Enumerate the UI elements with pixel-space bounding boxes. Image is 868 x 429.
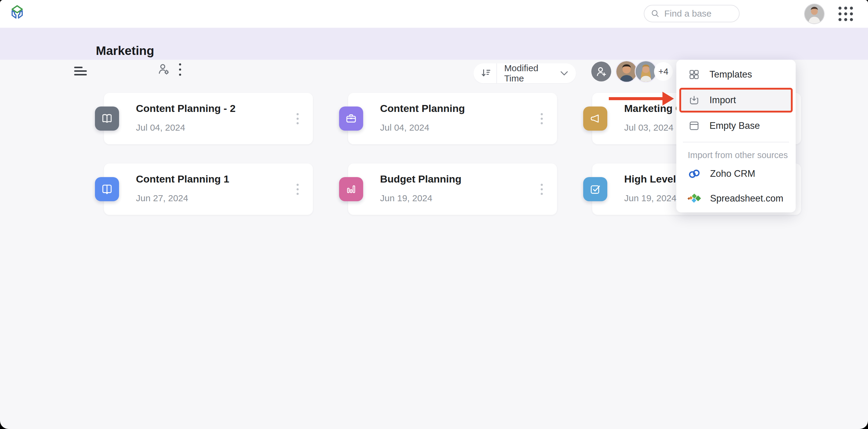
checkbox-icon xyxy=(583,177,607,201)
workspace-header: Marketing Modified Time xyxy=(0,28,868,60)
workspace-title: Marketing xyxy=(96,44,154,58)
templates-grid-icon xyxy=(688,68,701,81)
chevron-down-icon xyxy=(560,71,568,76)
book-open-icon xyxy=(95,107,119,131)
base-card-kebab-icon[interactable] xyxy=(537,110,546,127)
empty-base-icon xyxy=(688,119,701,132)
menu-icon[interactable] xyxy=(74,67,87,76)
sort-icon xyxy=(480,67,492,79)
base-title: Content Planning 1 xyxy=(136,173,229,185)
top-bar xyxy=(0,0,868,28)
invite-user-button[interactable] xyxy=(591,61,611,82)
workspace-settings-icon[interactable] xyxy=(157,62,171,77)
sort-dropdown[interactable]: Modified Time xyxy=(473,63,576,83)
app-logo-icon[interactable] xyxy=(8,4,26,23)
base-card-kebab-icon[interactable] xyxy=(537,181,546,197)
base-date: Jul 03, 2024 xyxy=(624,122,673,133)
base-date: Jun 19, 2024 xyxy=(624,193,676,203)
member-avatar-2[interactable] xyxy=(635,60,657,83)
import-download-icon xyxy=(688,94,701,107)
base-card-kebab-icon[interactable] xyxy=(293,110,302,127)
bar-chart-icon xyxy=(339,177,363,201)
member-avatar-1[interactable] xyxy=(615,60,638,83)
menu-item-spreadsheet-com[interactable]: Spreadsheet.com xyxy=(676,186,796,211)
menu-item-import[interactable]: Import xyxy=(679,88,793,113)
menu-item-label: Import xyxy=(710,95,736,106)
base-card[interactable]: Content Planning 1 Jun 27, 2024 xyxy=(104,164,313,215)
avatar-overflow-badge[interactable]: +4 xyxy=(654,62,673,81)
briefcase-icon xyxy=(339,107,363,131)
annotation-arrow xyxy=(609,97,663,100)
source-item-label: Spreadsheet.com xyxy=(710,193,783,204)
add-base-dropdown-menu: Templates Import Empty Base Import from … xyxy=(676,60,796,212)
megaphone-icon xyxy=(583,107,607,131)
base-card[interactable]: Budget Planning Jun 19, 2024 xyxy=(348,164,557,215)
base-card[interactable]: Content Planning Jul 04, 2024 xyxy=(348,93,557,144)
base-title: Content Planning - 2 xyxy=(136,103,236,114)
source-item-label: Zoho CRM xyxy=(710,168,755,179)
base-date: Jul 04, 2024 xyxy=(380,122,429,133)
base-date: Jun 27, 2024 xyxy=(136,193,188,203)
search-base-field[interactable] xyxy=(644,5,740,22)
base-date: Jun 19, 2024 xyxy=(380,193,432,203)
menu-item-templates[interactable]: Templates xyxy=(676,63,796,86)
member-avatar-2-photo xyxy=(636,61,656,82)
menu-item-label: Templates xyxy=(710,69,752,80)
spreadsheet-com-logo xyxy=(687,192,702,205)
menu-section-label: Import from other sources xyxy=(676,142,796,162)
menu-item-label: Empty Base xyxy=(710,120,760,131)
base-card-kebab-icon[interactable] xyxy=(293,181,302,197)
base-card[interactable]: Content Planning - 2 Jul 04, 2024 xyxy=(104,93,313,144)
menu-item-empty-base[interactable]: Empty Base xyxy=(676,115,796,137)
book-icon xyxy=(95,177,119,201)
zoho-crm-logo xyxy=(687,168,702,180)
member-avatar-1-photo xyxy=(616,61,637,82)
search-icon xyxy=(650,9,660,19)
search-input[interactable] xyxy=(664,8,731,19)
app-grid-icon[interactable] xyxy=(838,7,855,22)
base-title: Content Planning xyxy=(380,103,465,114)
sort-pill-divider xyxy=(496,63,497,83)
annotation-arrow-head xyxy=(662,92,674,106)
menu-item-zoho-crm[interactable]: Zoho CRM xyxy=(676,162,796,186)
sort-label: Modified Time xyxy=(504,63,560,84)
account-avatar-photo xyxy=(805,4,824,24)
app-window: Marketing Modified Time xyxy=(0,0,868,429)
account-avatar[interactable] xyxy=(804,4,825,24)
workspace-kebab-icon[interactable] xyxy=(179,63,181,77)
add-user-icon xyxy=(595,65,608,78)
base-title: Budget Planning xyxy=(380,173,461,185)
base-date: Jul 04, 2024 xyxy=(136,122,185,133)
